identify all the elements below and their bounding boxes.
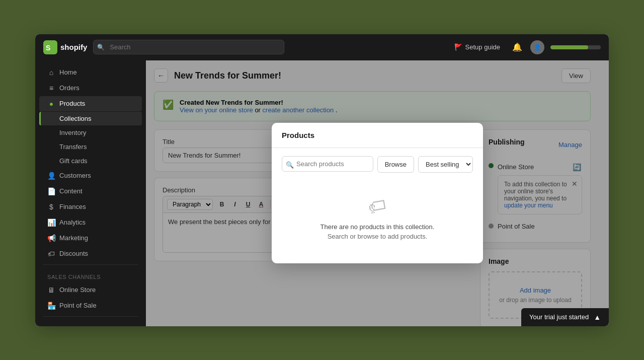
sidebar-item-discounts[interactable]: 🏷 Discounts: [39, 246, 142, 261]
tag-icon: 🏷: [367, 194, 388, 219]
svg-text:S: S: [46, 44, 50, 52]
sidebar-item-label: Customers: [59, 172, 91, 179]
sort-select[interactable]: Best selling: [418, 156, 473, 173]
empty-products-state: 🏷 There are no products in this collecti…: [282, 181, 473, 255]
modal-overlay: Products 🔍 Browse Best selling: [146, 60, 609, 326]
sidebar-subitem-gift-cards[interactable]: Gift cards: [39, 154, 142, 168]
sidebar-item-label: Analytics: [59, 219, 86, 226]
search-input[interactable]: [93, 40, 284, 54]
modal-header: Products: [272, 123, 483, 148]
progress-bar: [550, 45, 601, 49]
content-icon: 📄: [47, 187, 55, 195]
trial-expand-button[interactable]: ▲: [594, 313, 601, 321]
orders-icon: ≡: [47, 84, 55, 92]
sidebar-item-label: Point of Sale: [59, 302, 97, 309]
main-layout: ⌂ Home ≡ Orders ● Products Collections I…: [35, 60, 609, 326]
search-container: 🔍: [93, 40, 284, 54]
topbar: S shopify 🔍 🚩 Setup guide 🔔 👤: [35, 34, 609, 60]
logo-text: shopify: [60, 43, 87, 51]
discounts-icon: 🏷: [47, 250, 55, 258]
sidebar-item-label: Finances: [59, 203, 86, 210]
trial-banner: Your trial just started ▲: [521, 308, 609, 326]
search-icon: 🔍: [97, 44, 105, 51]
sidebar-nav: ⌂ Home ≡ Orders ● Products Collections I…: [35, 64, 146, 326]
sidebar-item-analytics[interactable]: 📊 Analytics: [39, 215, 142, 230]
shopify-logo-icon: S: [43, 40, 57, 54]
flag-icon: 🚩: [454, 43, 462, 51]
sidebar-subitem-transfers[interactable]: Transfers: [39, 140, 142, 154]
product-search-bar: 🔍 Browse Best selling: [282, 156, 473, 173]
sidebar-item-orders[interactable]: ≡ Orders: [39, 81, 142, 96]
products-modal: Products 🔍 Browse Best selling: [272, 123, 483, 263]
analytics-icon: 📊: [47, 219, 55, 227]
sidebar-subitem-inventory[interactable]: Inventory: [39, 126, 142, 139]
inventory-label: Inventory: [59, 129, 86, 136]
topbar-right: 🚩 Setup guide 🔔 👤: [450, 40, 601, 54]
sidebar-item-online-store[interactable]: 🖥 Online Store: [39, 282, 142, 298]
transfers-label: Transfers: [59, 143, 87, 151]
marketing-icon: 📢: [47, 234, 55, 242]
expand-icon: ▲: [594, 313, 601, 321]
empty-text-sub: Search or browse to add products.: [328, 233, 428, 240]
modal-body: 🔍 Browse Best selling 🏷 There are no pro…: [272, 148, 483, 263]
logo: S shopify: [43, 40, 87, 54]
content-area: ← New Trends for Summer! View ✅ Created …: [146, 60, 609, 326]
progress-bar-fill: [550, 45, 588, 49]
notifications-button[interactable]: 🔔: [510, 40, 524, 54]
sidebar-item-label: Online Store: [59, 286, 96, 294]
product-search-icon: 🔍: [286, 161, 294, 168]
sidebar-item-customers[interactable]: 👤 Customers: [39, 168, 142, 183]
finances-icon: $: [47, 203, 55, 211]
product-search-wrap: 🔍: [282, 156, 373, 173]
empty-text-main: There are no products in this collection…: [320, 223, 435, 231]
customers-icon: 👤: [47, 172, 55, 180]
sidebar-item-marketing[interactable]: 📢 Marketing: [39, 231, 142, 246]
browse-button[interactable]: Browse: [377, 156, 414, 173]
sidebar-item-point-of-sale[interactable]: 🏪 Point of Sale: [39, 298, 142, 313]
sidebar-item-finances[interactable]: $ Finances: [39, 199, 142, 214]
sidebar-item-products[interactable]: ● Products: [39, 96, 142, 111]
sidebar-item-content[interactable]: 📄 Content: [39, 184, 142, 199]
sidebar-item-home[interactable]: ⌂ Home: [39, 65, 142, 80]
setup-guide-label: Setup guide: [465, 43, 500, 51]
sidebar-subitem-collections[interactable]: Collections: [39, 112, 142, 125]
collections-label: Collections: [59, 115, 92, 122]
gift-cards-label: Gift cards: [59, 157, 88, 165]
products-icon: ●: [47, 100, 55, 108]
sidebar-item-label: Home: [59, 68, 77, 76]
sidebar-item-label: Discounts: [59, 250, 88, 257]
product-search-input[interactable]: [282, 156, 373, 172]
sidebar-item-label: Products: [59, 100, 85, 107]
point-of-sale-icon: 🏪: [47, 302, 55, 310]
online-store-icon: 🖥: [47, 286, 55, 294]
avatar-button[interactable]: 👤: [530, 40, 544, 54]
modal-title: Products: [282, 131, 314, 139]
apps-label: Apps: [35, 320, 146, 326]
setup-guide-button[interactable]: 🚩 Setup guide: [450, 41, 504, 53]
sales-channels-label: Sales channels: [35, 268, 146, 282]
sidebar: ⌂ Home ≡ Orders ● Products Collections I…: [35, 60, 146, 326]
sidebar-item-label: Orders: [59, 84, 79, 92]
trial-label: Your trial just started: [529, 313, 589, 321]
home-icon: ⌂: [47, 68, 55, 77]
sidebar-item-label: Content: [59, 187, 83, 195]
sidebar-item-label: Marketing: [59, 234, 88, 242]
